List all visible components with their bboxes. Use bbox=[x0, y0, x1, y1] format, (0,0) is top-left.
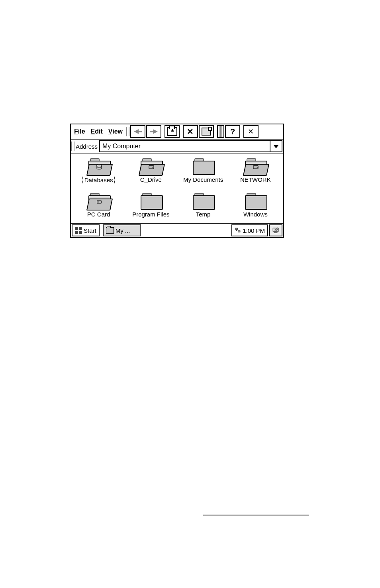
taskbar-task-my[interactable]: My ... bbox=[103, 224, 141, 236]
up-button[interactable] bbox=[165, 125, 180, 138]
menubar: File Edit View ✕ ? ✕ bbox=[71, 124, 283, 140]
item-label: My Documents bbox=[182, 176, 225, 183]
desktop-icon bbox=[272, 227, 279, 234]
svg-rect-9 bbox=[238, 231, 240, 232]
item-label: Program Files bbox=[131, 210, 171, 218]
svg-point-3 bbox=[153, 167, 153, 168]
start-button[interactable]: Start bbox=[72, 224, 100, 236]
question-icon: ? bbox=[230, 127, 235, 136]
menu-file[interactable]: File bbox=[74, 128, 85, 135]
addressbar-grip[interactable] bbox=[71, 140, 75, 153]
item-pc-card[interactable]: PC Card bbox=[73, 193, 124, 218]
footer-separator bbox=[203, 515, 309, 515]
address-field[interactable]: My Computer bbox=[99, 140, 270, 152]
close-icon: ✕ bbox=[248, 128, 254, 135]
address-dropdown[interactable] bbox=[270, 140, 282, 152]
item-label: PC Card bbox=[86, 210, 112, 218]
folder-open-icon bbox=[245, 158, 266, 173]
folder-icon bbox=[245, 193, 266, 208]
address-label: Address bbox=[75, 140, 99, 153]
address-bar: Address My Computer bbox=[71, 140, 283, 154]
content-area: Databases C_Drive My Documents bbox=[71, 154, 283, 223]
item-program-files[interactable]: Program Files bbox=[125, 193, 176, 218]
drive-overlay-icon bbox=[147, 164, 156, 171]
properties-icon bbox=[202, 128, 211, 136]
item-windows[interactable]: Windows bbox=[230, 193, 281, 218]
svg-rect-4 bbox=[253, 166, 258, 169]
item-c-drive[interactable]: C_Drive bbox=[125, 158, 176, 184]
help-button[interactable]: ? bbox=[225, 125, 240, 138]
address-value: My Computer bbox=[102, 143, 141, 150]
database-overlay-icon bbox=[95, 164, 104, 171]
icon-grid: Databases C_Drive My Documents bbox=[72, 157, 282, 222]
svg-rect-2 bbox=[149, 166, 154, 169]
start-label: Start bbox=[84, 227, 96, 234]
svg-point-5 bbox=[257, 167, 258, 168]
menu-edit[interactable]: Edit bbox=[91, 128, 103, 135]
explorer-window: File Edit View ✕ ? ✕ bbox=[70, 124, 284, 238]
x-icon: ✕ bbox=[187, 128, 194, 136]
item-label: NETWORK bbox=[239, 176, 272, 183]
network-tray-icon bbox=[235, 227, 241, 234]
folder-open-icon bbox=[106, 227, 114, 234]
svg-rect-7 bbox=[98, 201, 99, 203]
menu-items: File Edit View bbox=[71, 124, 126, 139]
folder-icon bbox=[193, 193, 214, 208]
folder-icon bbox=[141, 193, 161, 208]
folder-open-icon bbox=[88, 158, 109, 173]
item-temp[interactable]: Temp bbox=[178, 193, 229, 218]
delete-button[interactable]: ✕ bbox=[183, 125, 198, 138]
item-label: Temp bbox=[194, 210, 212, 218]
nav-buttons bbox=[130, 124, 162, 139]
arrow-left-icon bbox=[134, 129, 142, 134]
item-label: C_Drive bbox=[139, 176, 163, 183]
menu-view[interactable]: View bbox=[108, 128, 123, 135]
item-label: Windows bbox=[242, 210, 269, 218]
desktop-tray-button[interactable] bbox=[269, 224, 282, 236]
clock: 1:00 PM bbox=[243, 227, 265, 234]
item-network[interactable]: NETWORK bbox=[230, 158, 281, 184]
properties-button[interactable] bbox=[199, 125, 214, 138]
taskbar: Start My ... 1:00 PM bbox=[71, 223, 283, 237]
back-button[interactable] bbox=[130, 125, 145, 138]
arrow-right-icon bbox=[150, 129, 158, 134]
item-label: Databases bbox=[82, 176, 115, 184]
folder-open-icon bbox=[141, 158, 161, 173]
drive-overlay-icon bbox=[251, 164, 260, 171]
folder-icon bbox=[193, 158, 214, 173]
folder-open-icon bbox=[88, 193, 109, 208]
toolbar-grip[interactable] bbox=[126, 124, 130, 139]
item-databases[interactable]: Databases bbox=[73, 158, 124, 184]
close-button[interactable]: ✕ bbox=[243, 125, 259, 138]
system-tray[interactable]: 1:00 PM bbox=[231, 224, 268, 236]
task-label: My ... bbox=[116, 227, 130, 234]
svg-rect-8 bbox=[235, 228, 237, 230]
up-folder-icon bbox=[167, 127, 177, 136]
item-my-documents[interactable]: My Documents bbox=[178, 158, 229, 184]
card-overlay-icon bbox=[95, 199, 104, 206]
toolbar-separator bbox=[217, 125, 224, 138]
forward-button[interactable] bbox=[146, 125, 161, 138]
chevron-down-icon bbox=[273, 145, 279, 148]
windows-logo-icon bbox=[75, 227, 82, 234]
